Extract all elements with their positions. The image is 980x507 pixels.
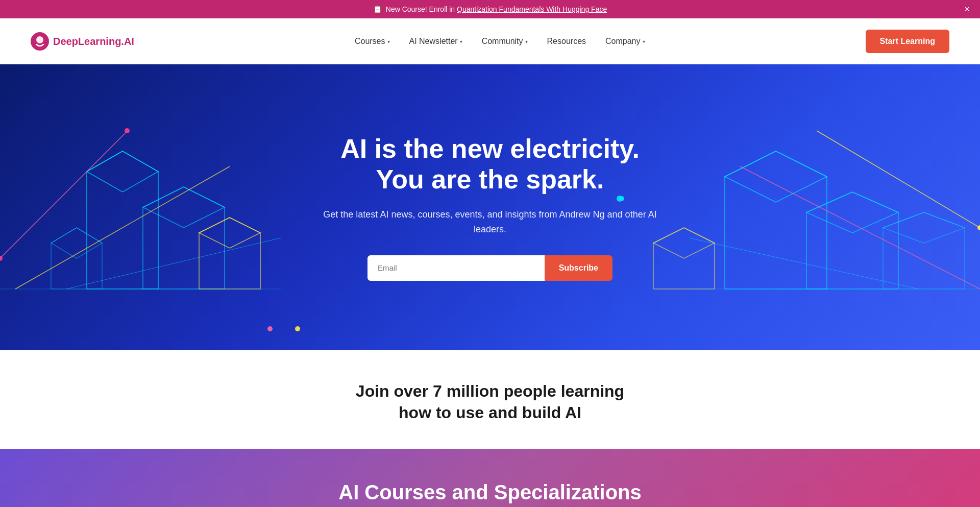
nav-links: Courses ▾ AI Newsletter ▾ Community ▾ Re… — [347, 32, 653, 51]
banner-icon: 📋 — [373, 5, 382, 13]
svg-marker-10 — [725, 151, 827, 289]
svg-line-19 — [15, 166, 230, 289]
nav-item-courses[interactable]: Courses ▾ — [347, 32, 398, 51]
hero-section: AI is the new electricity. You are the s… — [0, 64, 980, 350]
svg-point-25 — [0, 256, 3, 261]
svg-line-21 — [817, 131, 980, 228]
subscribe-button[interactable]: Subscribe — [545, 255, 612, 281]
svg-marker-7 — [199, 218, 260, 248]
email-form: Subscribe — [368, 255, 612, 281]
hero-subtitle: Get the latest AI news, courses, events,… — [322, 207, 658, 237]
svg-point-24 — [125, 128, 130, 133]
chevron-down-icon: ▾ — [460, 39, 462, 44]
top-banner: 📋 New Course! Enroll in Quantization Fun… — [0, 0, 980, 18]
svg-line-18 — [0, 131, 128, 258]
svg-marker-12 — [806, 192, 898, 289]
courses-section: AI Courses and Specializations — [0, 449, 980, 507]
svg-marker-14 — [883, 212, 965, 289]
svg-marker-6 — [199, 218, 260, 289]
svg-marker-8 — [51, 228, 102, 289]
start-learning-button[interactable]: Start Learning — [866, 30, 949, 53]
svg-marker-5 — [143, 187, 225, 228]
svg-marker-2 — [87, 151, 158, 289]
logo-icon — [31, 32, 49, 51]
chevron-down-icon: ▾ — [525, 39, 528, 44]
nav-item-resources[interactable]: Resources — [539, 32, 594, 51]
banner-close-button[interactable]: × — [964, 5, 970, 14]
svg-point-32 — [977, 225, 980, 230]
svg-point-1 — [36, 36, 43, 43]
banner-text: New Course! Enroll in Quantization Funda… — [386, 5, 607, 13]
svg-marker-15 — [883, 212, 965, 243]
navbar: DeepLearning.AI Courses ▾ AI Newsletter … — [0, 18, 980, 64]
chevron-down-icon: ▾ — [387, 39, 390, 44]
email-input[interactable] — [368, 255, 545, 281]
logo-text: DeepLearning.AI — [53, 36, 134, 47]
nav-item-community[interactable]: Community ▾ — [474, 32, 536, 51]
stats-section: Join over 7 million people learning how … — [0, 350, 980, 449]
svg-marker-13 — [806, 192, 898, 233]
stats-title: Join over 7 million people learning how … — [20, 381, 960, 423]
hero-title: AI is the new electricity. You are the s… — [322, 134, 658, 195]
hero-content: AI is the new electricity. You are the s… — [311, 134, 669, 280]
chevron-down-icon: ▾ — [643, 39, 645, 44]
svg-line-23 — [689, 238, 919, 289]
svg-marker-11 — [725, 151, 827, 202]
courses-section-title: AI Courses and Specializations — [338, 481, 642, 504]
logo[interactable]: DeepLearning.AI — [31, 32, 134, 51]
svg-marker-4 — [143, 187, 225, 289]
svg-point-28 — [295, 326, 300, 331]
nav-item-ai-newsletter[interactable]: AI Newsletter ▾ — [401, 32, 471, 51]
svg-line-20 — [66, 238, 281, 289]
svg-line-22 — [740, 166, 980, 289]
svg-point-27 — [267, 326, 273, 331]
svg-marker-3 — [87, 151, 158, 192]
nav-item-company[interactable]: Company ▾ — [597, 32, 653, 51]
svg-marker-9 — [51, 228, 102, 258]
banner-link[interactable]: Quantization Fundamentals With Hugging F… — [457, 5, 607, 13]
